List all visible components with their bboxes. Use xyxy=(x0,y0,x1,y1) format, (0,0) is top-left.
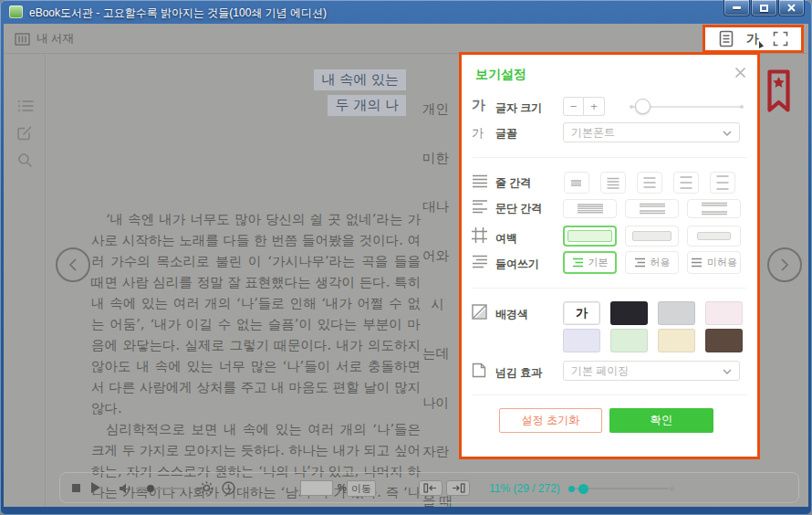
titlebar: eBook도서관 - 고요할수록 밝아지는 것들(100쇄 기념 에디션) xyxy=(0,0,812,24)
font-size-decrease-button[interactable]: − xyxy=(563,97,584,116)
window-title: eBook도서관 - 고요할수록 밝아지는 것들(100쇄 기념 에디션) xyxy=(29,5,327,21)
paragraph-spacing-label: 문단 간격 xyxy=(495,201,542,216)
progress-slider-knob[interactable] xyxy=(578,484,588,494)
divider xyxy=(473,288,746,289)
app-window: eBook도서관 - 고요할수록 밝아지는 것들(100쇄 기념 에디션) 내 … xyxy=(0,0,812,515)
volume-icon[interactable] xyxy=(119,482,133,495)
chevron-left-icon xyxy=(68,258,78,272)
volume-slider[interactable] xyxy=(136,488,183,489)
goto-button[interactable]: 이동 xyxy=(347,480,376,497)
page-effect-value: 기본 페이징 xyxy=(571,364,629,377)
tts-stop-button[interactable] xyxy=(72,484,80,492)
chevron-right-icon xyxy=(779,258,790,272)
bg-swatch-lavender[interactable] xyxy=(563,329,600,352)
bg-swatch-green[interactable] xyxy=(610,329,648,352)
next-page-button[interactable] xyxy=(767,247,802,282)
sidebar xyxy=(4,54,46,507)
percent-input[interactable] xyxy=(300,480,333,496)
indent-option-allow[interactable]: 허용 xyxy=(625,251,679,274)
close-window-button[interactable] xyxy=(778,0,805,16)
timer-clock-icon[interactable] xyxy=(221,480,236,496)
reading-progress-text: 11% (29 / 272) xyxy=(489,482,560,495)
paragraph-spacing-option-1[interactable] xyxy=(563,199,617,218)
bg-swatch-dark[interactable] xyxy=(610,301,648,325)
jump-end-icon xyxy=(451,483,465,493)
indent-option-default-selected[interactable]: 기본 xyxy=(563,251,617,274)
line-spacing-option-5[interactable] xyxy=(710,172,735,194)
prev-page-button[interactable] xyxy=(56,247,90,282)
topbar: 내 서재 가 xyxy=(4,24,808,54)
paragraph-spacing-icon xyxy=(472,199,488,215)
font-family-value: 기본폰트 xyxy=(571,126,615,139)
fullscreen-icon[interactable] xyxy=(773,31,788,47)
bg-swatch-brown[interactable] xyxy=(705,329,743,352)
jump-to-end-button[interactable] xyxy=(446,480,470,496)
my-library-label: 내 서재 xyxy=(36,31,74,47)
font-family-dropdown[interactable]: 기본폰트 xyxy=(563,122,740,142)
line-spacing-option-1[interactable] xyxy=(564,172,589,194)
close-window-icon xyxy=(787,4,796,12)
line-spacing-icon xyxy=(472,173,488,189)
font-size-increase-button[interactable]: + xyxy=(584,97,605,116)
margin-option-3[interactable] xyxy=(687,226,741,247)
paragraph-spacing-option-2[interactable] xyxy=(625,199,679,218)
background-color-label: 배경색 xyxy=(495,307,528,322)
view-settings-dialog: 보기설정 가 글자 크기 − + 가 글꼴 기본폰트 줄 간격 문단 간격 xyxy=(459,52,760,459)
bg-swatch-gray[interactable] xyxy=(658,301,695,325)
tts-settings-gear-icon[interactable] xyxy=(199,480,214,496)
indent-label: 들여쓰기 xyxy=(495,257,539,272)
line-spacing-option-2[interactable] xyxy=(600,172,626,194)
view-tools-highlight-box: 가 xyxy=(703,25,804,53)
bg-swatch-cream[interactable] xyxy=(658,329,695,352)
library-icon xyxy=(15,33,30,46)
indent-option-disallow[interactable]: 미허용 xyxy=(687,251,741,274)
page-effect-icon xyxy=(472,363,486,378)
margin-option-2[interactable] xyxy=(625,226,679,247)
jump-start-icon xyxy=(423,483,438,493)
font-size-label: 글자 크기 xyxy=(495,100,542,116)
chevron-down-icon xyxy=(723,131,732,136)
chapter-title-line2: 두 개의 나 xyxy=(328,95,406,116)
tts-play-button[interactable] xyxy=(91,482,100,493)
line-spacing-option-4[interactable] xyxy=(673,172,699,194)
volume-slider-knob[interactable] xyxy=(147,485,154,492)
page-effect-label: 넘김 효과 xyxy=(495,365,542,381)
progress-slider[interactable] xyxy=(568,484,674,493)
chevron-down-icon xyxy=(723,369,732,374)
maximize-icon xyxy=(760,5,768,12)
book-paragraph-1: ‘내 속엔 내가 너무도 많아 당신의 쉴 곳 없네’라는 가사로 시작하는 노… xyxy=(91,209,421,419)
bg-swatch-white-selected[interactable]: 가 xyxy=(563,301,600,325)
indent-allow-icon xyxy=(634,258,646,268)
font-size-stepper: − + xyxy=(563,97,605,116)
margin-option-1-selected[interactable] xyxy=(563,226,617,247)
page-view-icon[interactable] xyxy=(719,30,734,47)
book-text: ‘내 속엔 내가 너무도 많아 당신의 쉴 곳 없네’라는 가사로 시작하는 노… xyxy=(91,209,421,507)
text-cursor-icon xyxy=(759,41,765,48)
margin-label: 여백 xyxy=(495,231,517,247)
paragraph-spacing-option-3[interactable] xyxy=(687,199,741,218)
jump-to-start-button[interactable] xyxy=(419,480,442,496)
close-dialog-icon[interactable] xyxy=(734,67,746,79)
progress-start-dot xyxy=(568,486,575,492)
dialog-title: 보기설정 xyxy=(475,67,526,83)
note-icon[interactable] xyxy=(17,125,33,141)
my-library-button[interactable]: 내 서재 xyxy=(15,31,74,47)
font-size-slider-knob[interactable] xyxy=(635,99,651,114)
text-settings-icon[interactable]: 가 xyxy=(746,31,759,47)
percent-symbol: % xyxy=(338,482,347,493)
line-spacing-option-3[interactable] xyxy=(637,172,662,194)
maximize-button[interactable] xyxy=(751,0,777,16)
minimize-button[interactable] xyxy=(724,0,750,16)
bg-swatch-pink[interactable] xyxy=(705,301,743,325)
search-icon[interactable] xyxy=(17,152,33,168)
reset-settings-button[interactable]: 설정 초기화 xyxy=(499,408,602,433)
app-logo-icon xyxy=(9,5,23,18)
indent-icon xyxy=(472,255,488,268)
bookmark-ribbon-icon[interactable] xyxy=(766,68,791,114)
page-effect-dropdown[interactable]: 기본 페이징 xyxy=(563,361,740,381)
confirm-button[interactable]: 확인 xyxy=(609,408,713,433)
font-size-icon: 가 xyxy=(472,97,485,114)
font-size-slider[interactable] xyxy=(630,99,743,115)
toc-icon[interactable] xyxy=(17,100,34,112)
progress-end-dot xyxy=(670,487,674,491)
